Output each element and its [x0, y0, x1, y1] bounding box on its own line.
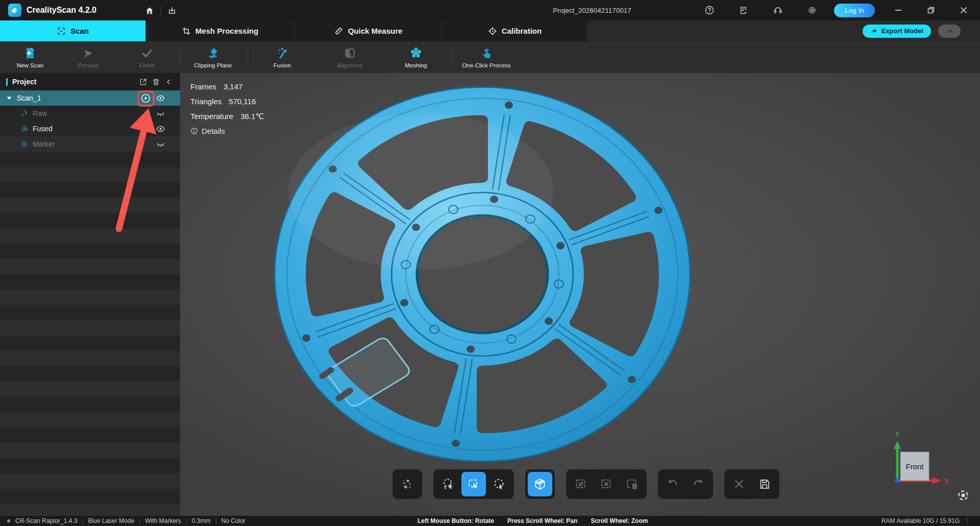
minimize-button[interactable]: [882, 0, 915, 20]
x-axis-arrow: [933, 477, 941, 484]
collapse-panel-icon[interactable]: [162, 76, 175, 88]
tree-item-raw[interactable]: Raw: [0, 106, 180, 121]
preview-button[interactable]: Preview: [58, 41, 119, 73]
close-button[interactable]: [947, 0, 980, 20]
toolbar-divider: [452, 48, 453, 66]
project-list-stripes: [0, 152, 180, 516]
raw-data-icon: [20, 109, 29, 117]
fusion-icon: [276, 46, 289, 60]
support-button[interactable]: [761, 0, 795, 20]
clipping-plane-label: Clipping Plane: [194, 62, 232, 68]
temperature-value: 36.1℃: [240, 112, 264, 121]
restore-button[interactable]: [915, 0, 947, 20]
delete-project-icon[interactable]: [150, 76, 162, 88]
project-panel-title: Project: [12, 78, 137, 86]
marker-visibility-eye-closed-icon[interactable]: [155, 138, 166, 150]
share-button[interactable]: [938, 25, 961, 38]
details-link[interactable]: Details: [190, 124, 264, 138]
one-click-process-button[interactable]: One-Click Process: [456, 41, 517, 73]
expand-caret-icon[interactable]: [6, 95, 12, 101]
status-divider: [82, 518, 83, 524]
status-divider: [216, 518, 216, 524]
login-button[interactable]: Log In: [834, 4, 875, 17]
new-scan-button[interactable]: New Scan: [0, 41, 61, 73]
marker-icon: [20, 140, 29, 148]
toolbar-divider: [179, 48, 180, 66]
gizmo-x-label: X: [944, 477, 949, 485]
one-click-process-label: One-Click Process: [462, 62, 510, 68]
app-logo-icon: [8, 4, 21, 17]
device-name: CR-Scan Raptor_1.4.3: [15, 517, 77, 524]
deselect-button[interactable]: [594, 472, 619, 496]
fusion-button[interactable]: Fusion: [252, 41, 313, 73]
meshing-icon: [409, 46, 423, 60]
resolution-value: 0.3mm: [192, 517, 211, 524]
scan-visibility-eye-icon[interactable]: [155, 92, 166, 104]
new-scan-icon: [23, 46, 37, 60]
action-toolbar: New Scan Preview Finish Clipping Plane F…: [0, 41, 980, 73]
undo-button[interactable]: [660, 472, 685, 496]
device-status-dot: [7, 519, 10, 522]
fused-visibility-eye-icon[interactable]: [155, 123, 166, 134]
export-model-button[interactable]: Export Model: [863, 25, 931, 38]
finish-icon: [140, 46, 154, 60]
fused-item-label: Fused: [33, 125, 53, 133]
viewport-3d[interactable]: Frames 3,147 Triangles 570,116 Temperatu…: [180, 73, 980, 516]
tree-item-marker[interactable]: Marker: [0, 136, 180, 152]
tab-scan[interactable]: Scan: [0, 20, 145, 41]
triangles-label: Triangles: [190, 97, 222, 106]
feedback-button[interactable]: [726, 0, 761, 20]
preview-icon: [82, 46, 95, 60]
tab-calibration-label: Calibration: [502, 27, 542, 35]
raw-item-label: Raw: [33, 109, 47, 117]
alignment-icon: [343, 46, 356, 60]
invert-selection-button[interactable]: [569, 472, 593, 496]
export-project-icon[interactable]: [137, 76, 150, 88]
frames-value: 3,147: [224, 82, 243, 91]
cancel-button[interactable]: [727, 472, 751, 496]
tab-mesh-processing-label: Mesh Processing: [195, 27, 258, 35]
gizmo-front-label: Front: [905, 462, 924, 471]
tab-quick-measure[interactable]: Quick Measure: [294, 20, 442, 41]
redo-button[interactable]: [686, 472, 710, 496]
new-scan-label: New Scan: [17, 62, 43, 68]
meshing-button[interactable]: Meshing: [385, 41, 447, 73]
save-button[interactable]: [752, 472, 777, 496]
open-file-button[interactable]: [165, 4, 179, 17]
view-center-button[interactable]: [952, 485, 974, 506]
triangles-stat: Triangles 570,116: [190, 94, 264, 109]
clipping-plane-icon: [206, 46, 219, 60]
settings-button[interactable]: [795, 0, 829, 20]
play-scan-button[interactable]: [139, 91, 152, 105]
home-button[interactable]: [143, 4, 156, 17]
marker-mode: With Markers: [145, 517, 181, 524]
scan-model[interactable]: [180, 73, 980, 516]
status-divider: [967, 518, 968, 524]
mouse-hints: Left Mouse Button: Rotate Press Scroll W…: [418, 516, 648, 526]
tree-item-fused[interactable]: Fused: [0, 121, 180, 136]
help-button[interactable]: [692, 0, 726, 20]
tab-calibration[interactable]: Calibration: [442, 20, 587, 41]
confirm-group: [724, 469, 779, 499]
lasso-select-button[interactable]: [436, 472, 460, 496]
finish-button[interactable]: Finish: [116, 41, 178, 73]
tree-item-scan1[interactable]: Scan_1: [0, 90, 180, 106]
circle-select-button[interactable]: [487, 472, 511, 496]
delete-selection-button[interactable]: [620, 472, 644, 496]
rectangle-select-button[interactable]: [461, 472, 486, 496]
tab-scan-label: Scan: [70, 27, 89, 35]
tab-mesh-processing[interactable]: Mesh Processing: [145, 20, 294, 41]
through-select-button[interactable]: [528, 472, 552, 496]
toolbar-divider: [248, 48, 248, 66]
clipping-plane-button[interactable]: Clipping Plane: [182, 41, 243, 73]
orientation-gizmo[interactable]: Front Y X: [887, 429, 959, 492]
meshing-label: Meshing: [405, 62, 427, 68]
one-click-process-icon: [480, 46, 493, 60]
raw-visibility-eye-closed-icon[interactable]: [155, 108, 166, 119]
point-cloud-button[interactable]: [395, 472, 420, 496]
gizmo-y-label: Y: [895, 431, 900, 438]
tabstrip-right-area: Export Model: [587, 20, 980, 41]
alignment-button[interactable]: Alignment: [319, 41, 380, 73]
scan-item-label: Scan_1: [17, 94, 41, 102]
app-title: CrealityScan 4.2.0: [27, 0, 96, 20]
